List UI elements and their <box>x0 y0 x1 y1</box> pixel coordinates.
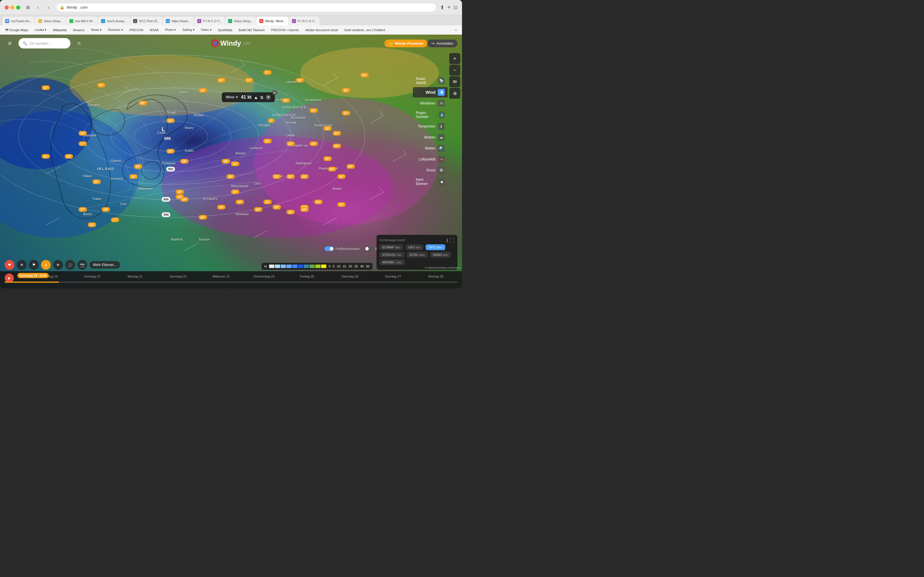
bookmark-adobe[interactable]: Adobe document cloud <box>303 27 340 32</box>
wellen-label[interactable]: Wellen 🌊 <box>413 143 447 153</box>
address-bar[interactable]: 🔒 Windy .com <box>56 3 436 12</box>
premium-button[interactable]: 👑 Werde Premium <box>384 40 427 47</box>
model-icon[interactable]: ICON 13km <box>407 252 428 258</box>
tab-irisch[interactable]: I Irisch Aussp... <box>98 17 129 26</box>
time-sonntag27: Sonntag 27 <box>372 275 414 278</box>
bookmark-video[interactable]: Video ▾ <box>199 27 214 32</box>
back-button[interactable]: ‹ <box>34 3 42 11</box>
pressure-switch[interactable] <box>365 247 374 251</box>
wolken-label[interactable]: Wolken ☁ <box>413 132 447 142</box>
tab-favicon: V <box>228 19 232 23</box>
bookmark-wikipedia[interactable]: Wikipedia <box>50 27 69 32</box>
zoom-out-button[interactable]: − <box>449 64 460 76</box>
temp-17-2: 17° <box>79 207 87 212</box>
webcam-button[interactable]: 📷 <box>78 260 87 270</box>
video-button[interactable]: 🎥 <box>65 260 75 270</box>
title-bar: ⊞ ‹ › 🔒 Windy .com ⬆ + ⊡ <box>0 0 462 15</box>
druck-label[interactable]: Druck 🔘 <box>413 165 447 176</box>
temp-23-8: 23° <box>360 73 369 77</box>
hamburger-menu[interactable]: ≡ <box>5 38 15 48</box>
share-icon[interactable]: ⬆ <box>440 4 444 11</box>
wind-popup-close[interactable]: ✕ <box>272 90 277 95</box>
weather-map[interactable]: ≡ 🔍 Ort suchen... ⎋ 🌀 Windy .com 👑 Werde… <box>0 35 462 288</box>
bookmark-amazon[interactable]: Amazon <box>71 27 87 32</box>
mehr-ebenen-label[interactable]: Mehr Ebenen ◀ <box>413 176 447 187</box>
tab-pincoy1[interactable]: P P I N C O Y... <box>194 17 225 26</box>
bookmark-news[interactable]: News ▾ <box>89 27 104 32</box>
heart-button[interactable]: ❤ <box>5 260 15 270</box>
radar-satellite-label[interactable]: Radar, Satellit 📡 <box>413 75 447 87</box>
threed-button[interactable]: 3D <box>449 76 460 87</box>
tab-mytracks[interactable]: 🗺 myTracks for... <box>2 17 35 26</box>
wind-speed-popup[interactable]: Wind ▼ 41 kt ▲ S ▾ ✕ <box>222 92 275 102</box>
plane-button[interactable]: ✈ <box>53 260 63 270</box>
login-button[interactable]: ↪ Anmelden <box>427 40 457 47</box>
tab-occ[interactable]: ⚓ OCC Port Of... <box>130 17 163 26</box>
bookmark-diverses[interactable]: Diverses ▾ <box>106 27 125 32</box>
location-search[interactable]: 🔍 Ort suchen... <box>18 38 71 48</box>
flag-button[interactable]: ⚑ <box>29 260 39 270</box>
model-arome[interactable]: AROME 1.3km <box>380 259 405 265</box>
bookmark-bullet[interactable]: Bullet M2 Titanium <box>236 27 267 32</box>
bookmark-lexika[interactable]: Lexika ▾ <box>32 27 49 32</box>
bookmark-label: Google Maps <box>10 28 28 32</box>
maximize-button[interactable] <box>16 5 20 10</box>
model-nems[interactable]: NEMS 4km <box>430 252 451 258</box>
tab-vetus2[interactable]: V Vetus-Shop... <box>225 17 256 26</box>
forward-button[interactable]: › <box>44 3 53 11</box>
particles-toggle[interactable]: Partikelanimation <box>325 247 360 251</box>
temp-18-3: 18° <box>245 78 253 82</box>
luftqualitat-label[interactable]: Luftqualität 🚗 <box>413 154 447 164</box>
bookmark-noaa[interactable]: NOAA <box>147 27 161 32</box>
close-button[interactable] <box>5 5 9 10</box>
model-icon-eu[interactable]: ICON-EU 7km <box>380 252 405 258</box>
windboen-label[interactable]: Windboen 🌬 <box>413 98 447 108</box>
windows-icon[interactable]: ⊡ <box>454 5 457 10</box>
temp-16-4: 16° <box>180 197 189 201</box>
info-icon[interactable]: ℹ <box>446 238 448 243</box>
country-vereinigtes: VEREINIGTES <box>282 106 306 109</box>
regen-label[interactable]: Regen, Gewitter 💧 <box>413 109 447 121</box>
plus-icon[interactable]: + <box>447 4 451 11</box>
bookmark-spotwalla[interactable]: SpotWalla <box>216 27 235 32</box>
toggle-knob-off <box>365 247 369 250</box>
temp-23-6: 23° <box>328 167 336 171</box>
bookmark-sailing[interactable]: Sailing ▾ <box>180 27 197 32</box>
tab-liveic[interactable]: W https://liveic... <box>163 17 194 26</box>
temp-22-7: 22° <box>286 174 295 179</box>
model-ecmwf[interactable]: ECMWF 9km <box>380 244 403 250</box>
gps-button[interactable]: ⊕ <box>449 88 460 99</box>
weather-button[interactable]: ☀ <box>17 260 27 270</box>
tab-inis[interactable]: 🌿 Inis Mór's W... <box>66 17 98 26</box>
wind-popup-expand[interactable]: ▾ <box>266 95 271 100</box>
share-button[interactable]: ⎋ <box>74 38 84 48</box>
temperatur-label[interactable]: Temperatur 🌡 <box>413 121 447 132</box>
temp-button[interactable]: 🌡 <box>41 260 51 270</box>
model-gfs[interactable]: GFS 22km <box>426 244 445 250</box>
mehr-ebenen-button[interactable]: Mehr Ebenen... <box>89 261 120 269</box>
bookmark-label: SpotWalla <box>218 28 233 32</box>
tab-windy[interactable]: W Windy: Wind... <box>257 17 288 26</box>
bookmark-pincoya-garmin[interactable]: PINCOYA > Garmin <box>269 27 302 32</box>
bookmark-google-maps[interactable]: 🗺 Google Maps <box>3 27 31 32</box>
bookmark-photo[interactable]: Photo ▾ <box>163 27 178 32</box>
temp-23-1: 23° <box>310 141 318 146</box>
temp-20-2: 20° <box>92 179 101 184</box>
zoom-in-button[interactable]: + <box>449 53 460 64</box>
timeline-progress-bar[interactable] <box>5 282 457 283</box>
fullscreen-icon[interactable]: ⛶ <box>450 238 454 243</box>
bookmark-pincoya[interactable]: PINCOYA <box>127 27 146 32</box>
model-row-1: ECMWF 9km UKV 2km GFS 22km <box>380 244 454 250</box>
scale-40 <box>310 264 315 268</box>
tab-vetus1[interactable]: 🛒 Vetus-Shop... <box>35 17 66 26</box>
tab-pincoy2[interactable]: P P I N C O Y... <box>289 17 319 26</box>
radar-icon: 📡 <box>438 77 445 84</box>
minimize-button[interactable] <box>10 5 15 10</box>
sidebar-toggle[interactable]: ⊞ <box>24 3 32 11</box>
particles-switch[interactable] <box>325 247 334 251</box>
wind-label[interactable]: Wind 💨 <box>413 87 447 98</box>
bookmark-more[interactable]: » <box>453 27 459 32</box>
city-swansea: Swansea <box>236 212 249 216</box>
bookmark-finment[interactable]: Geld verdiene...em | FinMent <box>342 27 388 32</box>
model-ukv[interactable]: UKV 2km <box>405 244 423 250</box>
